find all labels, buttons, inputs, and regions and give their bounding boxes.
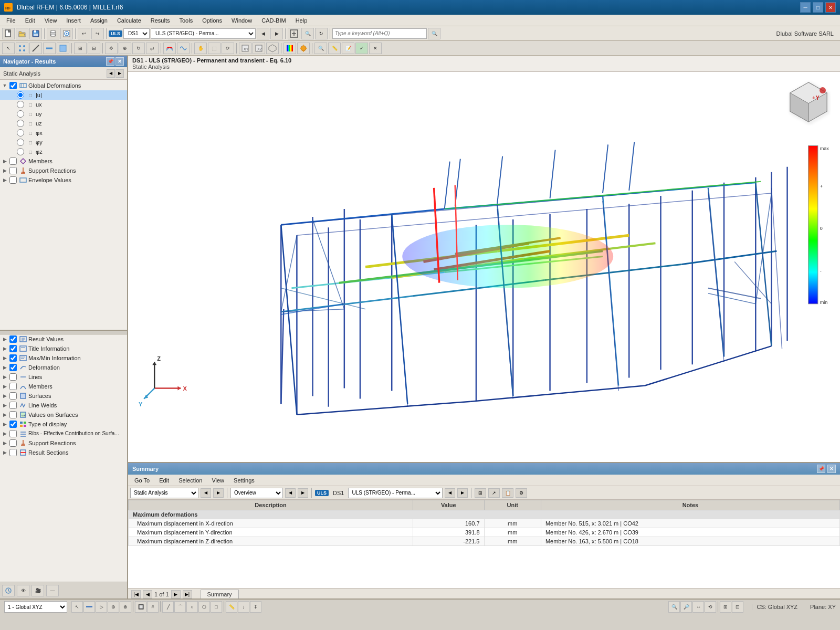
menu-cad-bim[interactable]: CAD-BIM: [257, 16, 290, 25]
toggle-deformation[interactable]: ▶: [1, 365, 8, 370]
cs-combo[interactable]: 1 - Global XYZ: [4, 601, 67, 613]
check-ribs[interactable]: [9, 430, 17, 437]
radio-u-abs[interactable]: [17, 91, 24, 99]
menu-help[interactable]: Help: [291, 16, 312, 25]
radio-phix[interactable]: [17, 129, 24, 136]
sr-1[interactable]: 🔍: [668, 601, 680, 613]
sum-settings-btn[interactable]: ⚙: [516, 488, 527, 498]
tree-phiz[interactable]: □ φz: [0, 147, 127, 156]
toggle-surfaces[interactable]: ▶: [1, 393, 8, 398]
sum-view[interactable]: View: [207, 476, 228, 485]
check-result-sections[interactable]: [9, 449, 17, 456]
tb-zoom-all[interactable]: [288, 28, 300, 39]
sum-prev[interactable]: ◀: [201, 488, 211, 498]
tb-ds-combo[interactable]: DS1: [123, 28, 150, 39]
btb-4[interactable]: ⊕: [108, 601, 119, 613]
sum-ds-next[interactable]: ▶: [457, 488, 468, 498]
tree-uz[interactable]: □ uz: [0, 119, 127, 128]
sum-next[interactable]: ▶: [213, 488, 224, 498]
tb-open[interactable]: [16, 28, 28, 39]
tb2-filter[interactable]: 🔍: [314, 43, 327, 54]
btb-3[interactable]: ▷: [96, 601, 107, 613]
btb-line[interactable]: ╱: [162, 601, 174, 613]
summary-ds-combo[interactable]: ULS (STR/GEO) - Perma...: [348, 488, 443, 498]
sum-view-next[interactable]: ▶: [298, 488, 308, 498]
toggle-type-display[interactable]: ▶: [1, 422, 8, 427]
tb-search-btn[interactable]: 🔍: [428, 28, 440, 39]
toggle-result-sections[interactable]: ▶: [1, 450, 8, 455]
btb-load-area[interactable]: ↧: [250, 601, 261, 613]
tb2-result-beam[interactable]: [163, 43, 176, 54]
tree-type-display[interactable]: ▶ Type of display: [0, 419, 127, 429]
tb-prev-ds[interactable]: ◀: [257, 28, 269, 39]
tb2-annotate[interactable]: 📝: [342, 43, 354, 54]
check-members-top[interactable]: [9, 158, 17, 165]
tree-ux[interactable]: □ ux: [0, 100, 127, 109]
toolbar-search[interactable]: [332, 28, 427, 39]
tree-deformation[interactable]: ▶ Deformation: [0, 363, 127, 372]
check-envelope[interactable]: [9, 176, 17, 184]
sr-4[interactable]: ⟲: [705, 601, 716, 613]
tree-ribs[interactable]: ▶ Ribs - Effective Contribution on Surfa…: [0, 429, 127, 438]
toggle-result-values[interactable]: ▶: [1, 337, 8, 342]
tree-envelope-values[interactable]: ▶ Envelope Values: [0, 175, 127, 185]
sr-6[interactable]: ⊡: [732, 601, 743, 613]
table-row-x[interactable]: Maximum displacement in X-direction 160.…: [129, 519, 840, 528]
check-support-bottom[interactable]: [9, 439, 17, 447]
radio-phiz[interactable]: [17, 148, 24, 155]
toggle-support-top[interactable]: ▶: [1, 168, 8, 173]
check-line-welds[interactable]: [9, 402, 17, 409]
toggle-members-bottom[interactable]: ▶: [1, 384, 8, 389]
tree-members-top[interactable]: ▶ Members: [0, 156, 127, 166]
sum-goto[interactable]: Go To: [130, 476, 154, 485]
page-next[interactable]: ▶: [171, 590, 181, 598]
tree-result-values[interactable]: ▶ Result Values: [0, 334, 127, 344]
tb2-copy[interactable]: ⊕: [119, 43, 131, 54]
tb2-top[interactable]: XZ: [253, 43, 265, 54]
tb-print[interactable]: [47, 28, 59, 39]
menu-results[interactable]: Results: [146, 16, 174, 25]
radio-uz[interactable]: [17, 120, 24, 127]
minimize-button[interactable]: ─: [800, 2, 811, 13]
summary-pin[interactable]: 📌: [817, 465, 825, 473]
page-last[interactable]: ▶|: [183, 590, 192, 598]
sum-copy[interactable]: 📋: [502, 488, 513, 498]
tree-values-surfaces[interactable]: ▶ val Values on Surfaces: [0, 410, 127, 419]
menu-window[interactable]: Window: [227, 16, 256, 25]
check-title-info[interactable]: [9, 345, 17, 352]
menu-file[interactable]: File: [2, 16, 20, 25]
btb-load-line[interactable]: ↓: [238, 601, 249, 613]
menu-insert[interactable]: Insert: [62, 16, 85, 25]
tb2-close[interactable]: ✕: [369, 43, 382, 54]
check-values-surfaces[interactable]: [9, 411, 17, 418]
tb-print-preview[interactable]: [60, 28, 73, 39]
nav-pin-btn[interactable]: 📌: [106, 57, 114, 66]
summary-close[interactable]: ✕: [827, 465, 836, 473]
toggle-envelope[interactable]: ▶: [1, 177, 8, 183]
tb2-results-on[interactable]: ✓: [355, 43, 368, 54]
tree-phiy[interactable]: □ φy: [0, 138, 127, 147]
tb2-rotate-tool[interactable]: ↻: [132, 43, 145, 54]
tree-maxmin-info[interactable]: ▶ Max/Min Information: [0, 353, 127, 363]
table-row-z[interactable]: Maximum displacement in Z-direction -221…: [129, 537, 840, 546]
btb-5[interactable]: ⊗: [120, 601, 131, 613]
sum-goto-view[interactable]: ⊞: [475, 488, 486, 498]
tree-phix[interactable]: □ φx: [0, 128, 127, 138]
close-button[interactable]: ✕: [825, 2, 836, 13]
tb2-nodes[interactable]: [16, 43, 28, 54]
tb2-surfaces[interactable]: [57, 43, 69, 54]
btb-grid[interactable]: #: [147, 601, 159, 613]
menu-options[interactable]: Options: [198, 16, 226, 25]
summary-tab[interactable]: Summary: [201, 590, 239, 598]
check-lines[interactable]: [9, 373, 17, 381]
sidebar-btn-3[interactable]: 🎥: [32, 585, 44, 596]
btb-circ[interactable]: ○: [186, 601, 198, 613]
btb-2[interactable]: [83, 601, 95, 613]
tree-support-reactions-top[interactable]: ▶ Support Reactions: [0, 166, 127, 175]
check-result-values[interactable]: [9, 335, 17, 343]
sr-3[interactable]: ↔: [692, 601, 704, 613]
menu-calculate[interactable]: Calculate: [113, 16, 145, 25]
check-maxmin-info[interactable]: [9, 354, 17, 362]
sum-export[interactable]: ↗: [488, 488, 500, 498]
tb2-iso[interactable]: [266, 43, 279, 54]
